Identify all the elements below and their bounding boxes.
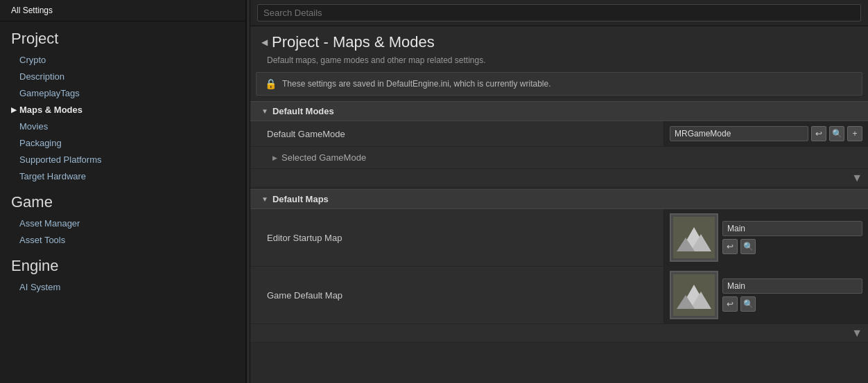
section-title-default-modes: Default Modes	[272, 106, 334, 116]
scroll-down-maps-icon: ▼	[851, 327, 862, 339]
page-subtitle: Default maps, game modes and other map r…	[250, 55, 868, 72]
sidebar-item-target-hardware[interactable]: Target Hardware	[0, 168, 245, 185]
row-game-default-map: Game Default Map Main	[250, 267, 868, 324]
thumbnail-editor-startup-map	[670, 213, 718, 262]
sidebar-item-packaging[interactable]: Packaging	[0, 135, 245, 152]
section-title-bar-default-maps[interactable]: ▼ Default Maps	[250, 189, 868, 209]
label-selected-gamemode: ▶ Selected GameMode	[250, 148, 377, 167]
map-controls-editor-startup: Main ↩ 🔍	[722, 221, 862, 254]
row-selected-gamemode[interactable]: ▶ Selected GameMode	[250, 147, 868, 169]
page-title: Project - Maps & Modes	[272, 33, 435, 51]
control-editor-startup-map: Main ↩ 🔍	[663, 209, 868, 266]
search-gamemode-button[interactable]: 🔍	[829, 126, 844, 141]
label-game-default-map: Game Default Map	[250, 282, 663, 309]
lock-icon: 🔒	[265, 78, 277, 89]
sidebar-item-description[interactable]: Description	[0, 69, 245, 85]
section-collapse-icon: ▼	[261, 107, 268, 115]
sidebar-item-maps-modes[interactable]: ▶ Maps & Modes	[0, 102, 245, 118]
map-controls-top-editor: Main	[722, 221, 862, 236]
main-content: ◀ Project - Maps & Modes Default maps, g…	[250, 0, 868, 383]
search-input[interactable]	[257, 4, 861, 21]
map-preview-icon	[673, 217, 715, 258]
section-header-game: Game	[0, 185, 245, 215]
reset-game-map-button[interactable]: ↩	[722, 296, 738, 312]
label-default-gamemode: Default GameMode	[250, 123, 663, 145]
map-controls-top-game: Main	[722, 278, 862, 294]
label-editor-startup-map: Editor Startup Map	[250, 224, 663, 251]
search-bar	[250, 0, 868, 26]
dropdown-game-default-map[interactable]: Main	[722, 278, 862, 294]
search-editor-map-button[interactable]: 🔍	[740, 239, 756, 254]
sidebar-item-ai-system[interactable]: AI System	[0, 279, 245, 296]
control-game-default-map: Main ↩ 🔍	[663, 267, 868, 323]
sidebar-item-asset-tools[interactable]: Asset Tools	[0, 232, 245, 249]
game-map-preview-icon	[673, 274, 715, 316]
scroll-down-icon: ▼	[851, 172, 862, 184]
section-title-bar-default-modes[interactable]: ▼ Default Modes	[250, 101, 868, 121]
sidebar-item-gameplaytags[interactable]: GameplayTags	[0, 85, 245, 102]
collapse-arrow-icon: ◀	[261, 37, 268, 47]
expand-arrow-icon: ▶	[11, 106, 17, 114]
map-controls-game-default: Main ↩ 🔍	[722, 278, 862, 312]
all-settings-link[interactable]: All Settings	[0, 0, 245, 21]
section-header-engine: Engine	[0, 249, 245, 279]
info-banner-text: These settings are saved in DefaultEngin…	[282, 79, 551, 89]
sidebar: All Settings Project Crypto Description …	[0, 0, 246, 383]
sidebar-item-movies[interactable]: Movies	[0, 118, 245, 135]
section-title-default-maps: Default Maps	[272, 194, 329, 204]
reset-editor-map-button[interactable]: ↩	[722, 239, 738, 254]
section-header-project: Project	[0, 21, 245, 52]
control-default-gamemode: MRGameMode ↩ 🔍 +	[663, 121, 868, 146]
reset-gamemode-button[interactable]: ↩	[811, 126, 826, 141]
sidebar-item-asset-manager[interactable]: Asset Manager	[0, 215, 245, 232]
section-default-modes: ▼ Default Modes Default GameMode MRGameM…	[250, 101, 868, 188]
search-game-map-button[interactable]: 🔍	[740, 296, 756, 312]
row-editor-startup-map: Editor Startup Map Main	[250, 209, 868, 267]
expand-tri-icon: ▶	[272, 154, 277, 161]
sidebar-item-supported-platforms[interactable]: Supported Platforms	[0, 152, 245, 168]
dropdown-default-gamemode[interactable]: MRGameMode	[670, 126, 808, 141]
thumbnail-game-default-map	[670, 271, 718, 319]
add-gamemode-button[interactable]: +	[847, 126, 862, 141]
info-banner: 🔒 These settings are saved in DefaultEng…	[256, 72, 862, 96]
section-collapse-maps-icon: ▼	[261, 195, 268, 203]
page-header: ◀ Project - Maps & Modes	[250, 26, 868, 55]
dropdown-editor-startup-map[interactable]: Main	[722, 221, 862, 236]
section-default-maps: ▼ Default Maps Editor Startup Map	[250, 189, 868, 343]
scroll-indicator-maps: ▼	[250, 324, 868, 343]
row-default-gamemode: Default GameMode MRGameMode ↩ 🔍 +	[250, 121, 868, 147]
scroll-indicator-modes: ▼	[250, 169, 868, 188]
sidebar-item-crypto[interactable]: Crypto	[0, 52, 245, 69]
